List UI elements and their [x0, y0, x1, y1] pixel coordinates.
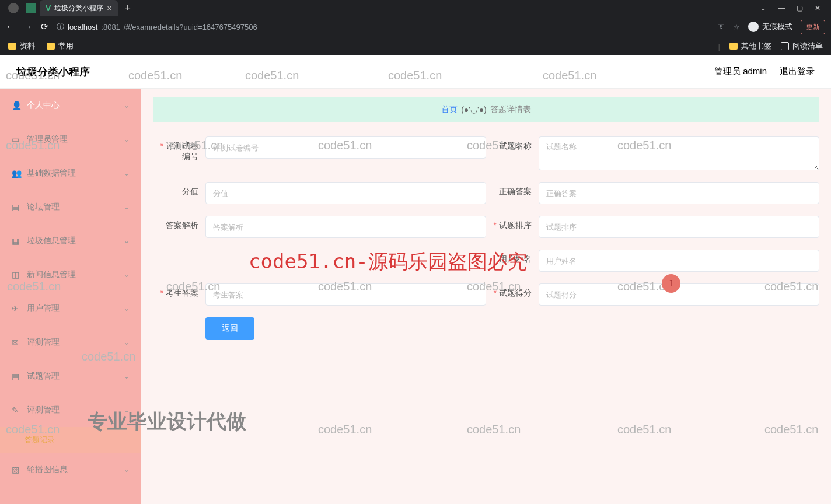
bookmark-folder-1[interactable]: 资料 — [8, 41, 35, 51]
window-dropdown-icon[interactable]: ⌄ — [760, 4, 766, 12]
trash-icon: ▦ — [12, 236, 21, 246]
back-button[interactable]: 返回 — [205, 317, 254, 340]
back-icon[interactable]: ← — [6, 22, 15, 32]
label-question-order: *试题排序 — [486, 216, 539, 231]
url-host: localhost — [68, 23, 97, 32]
label-correct-answer: 正确答案 — [486, 182, 539, 197]
sidebar-sub-answer-record[interactable]: 答题记录 — [0, 427, 141, 453]
sidebar-item-basedata[interactable]: 👥基础数据管理⌄ — [0, 156, 141, 190]
window-maximize-icon[interactable]: ▢ — [797, 4, 803, 12]
input-student-answer[interactable] — [205, 284, 486, 306]
chevron-down-icon: ⌄ — [124, 372, 130, 380]
star-icon[interactable]: ☆ — [733, 23, 740, 32]
update-button[interactable]: 更新 — [801, 20, 825, 34]
user-icon: 👤 — [12, 101, 21, 110]
info-icon: ⓘ — [57, 22, 64, 32]
folder-icon — [47, 43, 55, 50]
vue-icon: V — [46, 4, 51, 13]
window-close-icon[interactable]: ✕ — [815, 4, 820, 12]
url-display[interactable]: ⓘ localhost:8081/#/examredetails?uuid=16… — [57, 22, 257, 32]
input-correct-answer[interactable] — [539, 182, 819, 204]
sidebar-item-eval2[interactable]: ✎评测管理⌄ — [0, 393, 141, 427]
label-student-answer: *考生答案 — [153, 284, 205, 299]
incognito-badge: 无痕模式 — [748, 22, 792, 32]
chevron-down-icon: ⌄ — [124, 237, 130, 245]
label-paper-no: *评测试卷编号 — [153, 136, 205, 162]
url-port: :8081 — [101, 23, 120, 32]
users-icon: ✈ — [12, 304, 21, 313]
label-question-score: *试题得分 — [486, 284, 539, 299]
input-question-order[interactable] — [539, 216, 819, 238]
breadcrumb-home[interactable]: 首页 — [441, 104, 458, 115]
reading-list[interactable]: 阅读清单 — [781, 41, 823, 51]
other-bookmarks[interactable]: 其他书签 — [729, 41, 771, 51]
forum-icon: ▤ — [12, 202, 21, 212]
chevron-down-icon: ⌄ — [124, 338, 130, 346]
tab-favicon-generic — [8, 3, 19, 13]
url-path: /#/examredetails?uuid=1647675497506 — [124, 23, 257, 32]
sidebar-item-users[interactable]: ✈用户管理⌄ — [0, 292, 141, 326]
chevron-down-icon: ⌄ — [124, 135, 130, 144]
sidebar-item-garbage[interactable]: ▦垃圾信息管理⌄ — [0, 224, 141, 258]
sidebar: 👤个人中心⌄ ▭管理员管理⌄ 👥基础数据管理⌄ ▤论坛管理⌄ ▦垃圾信息管理⌄ … — [0, 89, 141, 504]
cursor-indicator: I — [662, 274, 680, 293]
breadcrumb-separator: (●'◡'●) — [461, 105, 487, 114]
input-analysis[interactable] — [205, 216, 486, 238]
key-icon[interactable]: ⚿ — [717, 23, 725, 32]
reload-icon[interactable]: ⟳ — [41, 22, 48, 32]
admin-label[interactable]: 管理员 admin — [714, 66, 767, 77]
bookmark-folder-2[interactable]: 常用 — [47, 41, 74, 51]
folder-icon — [8, 43, 16, 50]
breadcrumb: 首页 (●'◡'●) 答题详情表 — [153, 97, 819, 123]
sidebar-item-question[interactable]: ▤试题管理⌄ — [0, 359, 141, 393]
eval-icon: ✎ — [12, 405, 21, 415]
label-score: 分值 — [153, 182, 205, 197]
tab-bar: V 垃圾分类小程序 × + ⌄ — ▢ ✕ — [0, 0, 831, 16]
chevron-down-icon: ⌄ — [124, 304, 130, 313]
sidebar-item-carousel[interactable]: ▧轮播图信息⌄ — [0, 453, 141, 487]
input-username[interactable] — [539, 250, 819, 272]
chevron-down-icon: ⌄ — [124, 169, 130, 177]
app-title: 垃圾分类小程序 — [16, 65, 90, 79]
sidebar-item-forum[interactable]: ▤论坛管理⌄ — [0, 190, 141, 224]
mail-icon: ✉ — [12, 338, 21, 347]
image-icon: ▧ — [12, 465, 21, 474]
id-icon: ▭ — [12, 135, 21, 144]
tab-favicon-green — [26, 3, 36, 13]
chevron-down-icon: ⌄ — [124, 203, 130, 211]
chevron-down-icon: ⌄ — [124, 102, 130, 110]
new-tab-button[interactable]: + — [125, 2, 131, 15]
app-header: 垃圾分类小程序 管理员 admin 退出登录 — [0, 55, 831, 89]
tab-title: 垃圾分类小程序 — [54, 4, 103, 13]
incognito-icon — [748, 22, 759, 32]
detail-form: *评测试卷编号 试题名称 分值 正确答案 — [153, 136, 819, 340]
address-bar: ← → ⟳ ⓘ localhost:8081/#/examredetails?u… — [0, 16, 831, 37]
breadcrumb-current: 答题详情表 — [490, 104, 531, 115]
chevron-down-icon: ⌄ — [124, 271, 130, 279]
sidebar-item-admin[interactable]: ▭管理员管理⌄ — [0, 123, 141, 156]
window-minimize-icon[interactable]: — — [778, 4, 785, 12]
forward-icon[interactable]: → — [23, 22, 33, 32]
news-icon: ◫ — [12, 270, 21, 279]
incognito-label: 无痕模式 — [762, 22, 792, 32]
data-icon: 👥 — [12, 169, 21, 178]
close-tab-icon[interactable]: × — [107, 4, 111, 13]
input-paper-no[interactable] — [205, 136, 486, 159]
bookmarks-bar: 资料 常用 | 其他书签 阅读清单 — [0, 37, 831, 55]
sidebar-item-news[interactable]: ◫新闻信息管理⌄ — [0, 258, 141, 292]
label-question-name: 试题名称 — [486, 136, 539, 152]
input-question-name[interactable] — [539, 136, 819, 170]
active-tab[interactable]: V 垃圾分类小程序 × — [40, 0, 118, 16]
label-analysis: 答案解析 — [153, 216, 205, 231]
input-score[interactable] — [205, 182, 486, 204]
question-icon: ▤ — [12, 372, 21, 381]
sidebar-item-personal[interactable]: 👤个人中心⌄ — [0, 89, 141, 123]
folder-icon — [729, 43, 738, 50]
main-content: 首页 (●'◡'●) 答题详情表 *评测试卷编号 试题名称 分值 — [141, 89, 831, 504]
logout-link[interactable]: 退出登录 — [780, 66, 815, 77]
chevron-down-icon: ⌄ — [124, 466, 130, 474]
label-username: 用户姓名 — [486, 250, 539, 265]
readlist-icon — [781, 42, 789, 50]
chevron-down-icon: ⌄ — [124, 406, 130, 414]
sidebar-item-eval[interactable]: ✉评测管理⌄ — [0, 326, 141, 359]
